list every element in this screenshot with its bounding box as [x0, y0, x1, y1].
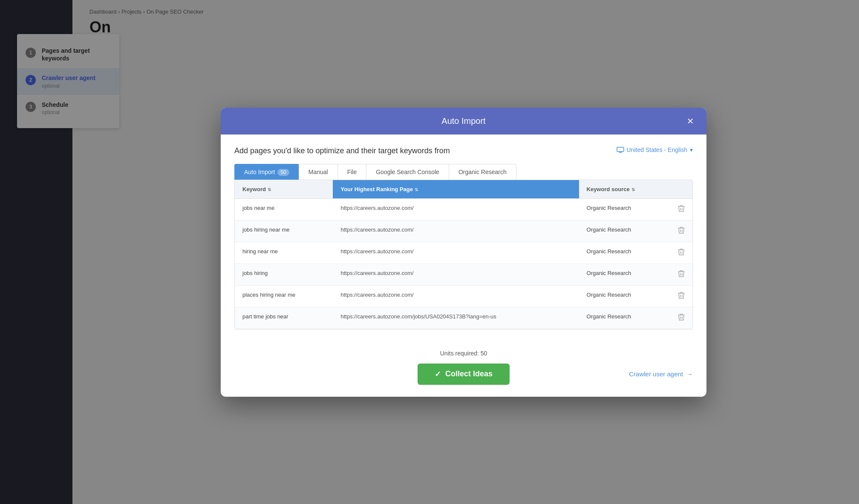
table-row: jobs hiring near mehttps://careers.autoz… [235, 220, 692, 242]
modal-subtitle: Add pages you'd like to optimize and the… [234, 146, 450, 155]
table-wrapper: Keyword⇅Your Highest Ranking Page⇅Keywor… [234, 180, 693, 329]
col-header-page[interactable]: Your Highest Ranking Page⇅ [333, 180, 579, 199]
delete-row-button-2[interactable] [678, 248, 685, 258]
trash-icon [678, 248, 685, 256]
tab-auto-import[interactable]: Auto Import50 [234, 164, 299, 180]
modal-footer: Units required: 50 ✓ Collect Ideas Crawl… [221, 341, 706, 397]
trash-icon [678, 270, 685, 278]
trash-icon [678, 292, 685, 299]
sort-icon-page: ⇅ [415, 187, 418, 192]
cell-source-5: Organic Research [579, 307, 670, 329]
trash-icon [678, 226, 685, 234]
keywords-table: Keyword⇅Your Highest Ranking Page⇅Keywor… [235, 180, 692, 329]
cell-source-4: Organic Research [579, 285, 670, 307]
units-required-label: Units required: 50 [440, 350, 487, 357]
delete-row-button-3[interactable] [678, 270, 685, 279]
monitor-icon [617, 147, 624, 153]
delete-row-button-5[interactable] [678, 313, 685, 323]
cell-keyword-0: jobs near me [235, 198, 333, 220]
table-row: part time jobs nearhttps://careers.autoz… [235, 307, 692, 329]
crawler-user-agent-link[interactable]: Crawler user agent → [629, 370, 693, 378]
delete-row-button-1[interactable] [678, 226, 685, 236]
trash-icon [678, 205, 685, 212]
cell-keyword-4: places hiring near me [235, 285, 333, 307]
tab-count-auto-import: 50 [277, 169, 289, 176]
delete-row-button-4[interactable] [678, 292, 685, 301]
table-body: jobs near mehttps://careers.autozone.com… [235, 198, 692, 329]
table-row: jobs hiringhttps://careers.autozone.com/… [235, 263, 692, 285]
modal-overlay: Auto Import × Add pages you'd like to op… [0, 0, 859, 504]
cell-delete-3 [670, 263, 692, 285]
cell-source-0: Organic Research [579, 198, 670, 220]
col-header-delete [670, 180, 692, 199]
tab-organic-research[interactable]: Organic Research [449, 164, 516, 180]
table-row: hiring near mehttps://careers.autozone.c… [235, 242, 692, 263]
cell-delete-4 [670, 285, 692, 307]
cell-delete-2 [670, 242, 692, 263]
modal-header: Auto Import × [221, 108, 706, 135]
tab-manual[interactable]: Manual [299, 164, 338, 180]
chevron-down-icon: ▾ [690, 146, 693, 153]
cell-keyword-2: hiring near me [235, 242, 333, 263]
footer-actions: ✓ Collect Ideas Crawler user agent → [234, 364, 693, 385]
svg-rect-0 [617, 147, 624, 152]
cell-source-2: Organic Research [579, 242, 670, 263]
table-row: places hiring near mehttps://careers.aut… [235, 285, 692, 307]
cell-source-3: Organic Research [579, 263, 670, 285]
cell-delete-0 [670, 198, 692, 220]
sort-icon-keyword: ⇅ [268, 187, 271, 192]
modal-title: Auto Import [441, 116, 485, 126]
cell-page-0: https://careers.autozone.com/ [333, 198, 579, 220]
modal-close-button[interactable]: × [683, 113, 698, 129]
arrow-right-icon: → [686, 370, 693, 378]
modal-subtitle-row: Add pages you'd like to optimize and the… [234, 146, 693, 155]
locale-selector[interactable]: United States - English ▾ [617, 146, 693, 153]
cell-page-3: https://careers.autozone.com/ [333, 263, 579, 285]
modal: Auto Import × Add pages you'd like to op… [221, 108, 706, 397]
cell-keyword-1: jobs hiring near me [235, 220, 333, 242]
collect-btn-label: Collect Ideas [445, 369, 493, 378]
modal-body: Add pages you'd like to optimize and the… [221, 135, 706, 341]
cell-keyword-5: part time jobs near [235, 307, 333, 329]
delete-row-button-0[interactable] [678, 205, 685, 214]
sort-icon-source: ⇅ [631, 187, 635, 192]
table-header: Keyword⇅Your Highest Ranking Page⇅Keywor… [235, 180, 692, 199]
cell-delete-5 [670, 307, 692, 329]
cell-keyword-3: jobs hiring [235, 263, 333, 285]
col-header-keyword[interactable]: Keyword⇅ [235, 180, 333, 199]
table-row: jobs near mehttps://careers.autozone.com… [235, 198, 692, 220]
crawler-link-label: Crawler user agent [629, 370, 683, 378]
cell-delete-1 [670, 220, 692, 242]
locale-label: United States - English [627, 146, 687, 153]
cell-source-1: Organic Research [579, 220, 670, 242]
trash-icon [678, 313, 685, 321]
col-header-source[interactable]: Keyword source⇅ [579, 180, 670, 199]
check-icon: ✓ [435, 369, 441, 379]
cell-page-5: https://careers.autozone.com/jobs/USA020… [333, 307, 579, 329]
cell-page-1: https://careers.autozone.com/ [333, 220, 579, 242]
tabs-bar: Auto Import50ManualFileGoogle Search Con… [234, 164, 693, 180]
cell-page-2: https://careers.autozone.com/ [333, 242, 579, 263]
cell-page-4: https://careers.autozone.com/ [333, 285, 579, 307]
tab-google-search-console[interactable]: Google Search Console [366, 164, 449, 180]
collect-ideas-button[interactable]: ✓ Collect Ideas [418, 364, 510, 385]
tab-file[interactable]: File [337, 164, 367, 180]
